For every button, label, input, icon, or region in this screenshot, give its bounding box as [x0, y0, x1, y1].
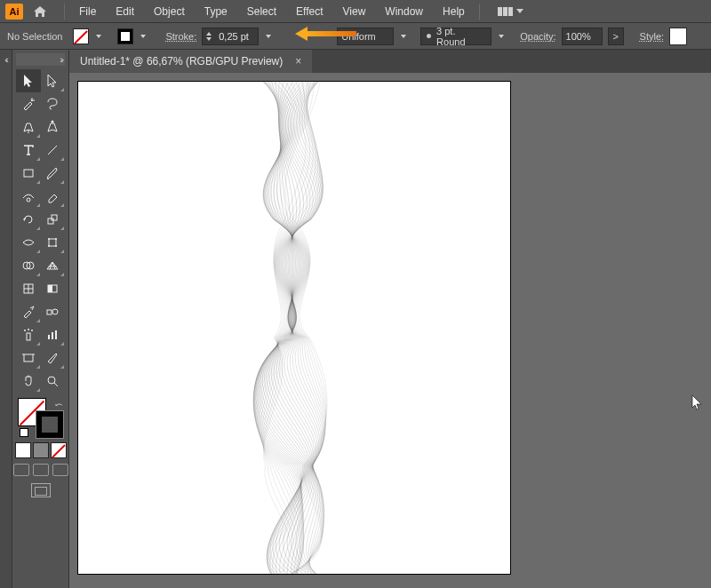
width-tool[interactable]: [16, 231, 41, 254]
svg-point-0: [31, 99, 33, 101]
tools-panel: ››: [12, 50, 69, 588]
close-tab-button[interactable]: ×: [295, 55, 301, 68]
style-label[interactable]: Style:: [640, 31, 665, 42]
menu-select[interactable]: Select: [238, 2, 285, 21]
slice-tool[interactable]: [41, 346, 66, 369]
svg-line-32: [54, 383, 58, 386]
graphic-style-swatch[interactable]: [669, 28, 687, 45]
tools-panel-header[interactable]: ››: [16, 53, 65, 66]
gradient-tool[interactable]: [41, 277, 66, 300]
cursor-icon: [691, 394, 704, 413]
svg-rect-28: [24, 354, 33, 362]
separator: [64, 4, 65, 20]
type-tool[interactable]: [16, 139, 41, 162]
fill-stroke-indicator[interactable]: ⤺: [18, 398, 64, 439]
draw-inside-icon[interactable]: [52, 464, 68, 476]
artboard[interactable]: [78, 82, 510, 574]
menu-file[interactable]: File: [70, 2, 105, 21]
color-mode-gradient[interactable]: [33, 442, 49, 458]
eraser-tool[interactable]: [41, 185, 66, 208]
chevron-down-icon[interactable]: [401, 35, 406, 38]
document-tab-title: Untitled-1* @ 66,67% (RGB/GPU Preview): [80, 55, 283, 68]
blend-icon: [45, 305, 60, 319]
symbol-sprayer-tool[interactable]: [16, 323, 41, 346]
canvas-viewport[interactable]: [69, 73, 711, 588]
shaper-tool[interactable]: [16, 185, 41, 208]
chevron-left-icon: ‹‹: [4, 55, 7, 588]
pen-tool[interactable]: [16, 115, 41, 139]
menu-effect[interactable]: Effect: [287, 2, 332, 21]
paintbrush-tool[interactable]: [41, 162, 66, 185]
hand-tool[interactable]: [16, 369, 41, 393]
fill-color-swatch[interactable]: [73, 28, 89, 44]
stroke-color-swatch[interactable]: [117, 28, 133, 44]
column-graph-tool[interactable]: [41, 323, 66, 346]
lasso-tool[interactable]: [41, 92, 66, 115]
zoom-tool[interactable]: [41, 369, 66, 393]
stroke-weight-input[interactable]: [215, 28, 258, 44]
menu-help[interactable]: Help: [434, 2, 474, 21]
opacity-dropdown[interactable]: 100%: [562, 28, 603, 45]
mesh-tool[interactable]: [16, 277, 41, 300]
chevron-down-icon[interactable]: [499, 35, 504, 38]
draw-normal-icon[interactable]: [13, 464, 29, 476]
swap-fill-stroke-icon[interactable]: ⤺: [55, 400, 62, 409]
stroke-indicator[interactable]: [36, 410, 64, 439]
variable-width-profile-dropdown[interactable]: Uniform: [337, 28, 394, 45]
draw-behind-icon[interactable]: [33, 464, 49, 476]
shape-builder-tool[interactable]: [16, 254, 41, 277]
brush-definition-dropdown[interactable]: 3 pt. Round: [420, 28, 491, 45]
svg-point-11: [55, 245, 57, 247]
hand-icon: [21, 374, 36, 388]
svg-rect-26: [52, 332, 53, 339]
menu-type[interactable]: Type: [196, 2, 236, 21]
document-tab[interactable]: Untitled-1* @ 66,67% (RGB/GPU Preview) ×: [69, 50, 312, 73]
decrement-icon[interactable]: [206, 37, 212, 41]
svg-rect-3: [24, 170, 33, 177]
artboard-tool[interactable]: [16, 346, 41, 369]
svg-point-24: [31, 330, 33, 331]
home-button[interactable]: [30, 3, 50, 20]
screen-mode-button[interactable]: [31, 483, 51, 497]
line-segment-tool[interactable]: [41, 139, 66, 162]
svg-point-10: [48, 245, 50, 247]
curvature-tool[interactable]: [41, 115, 66, 139]
width-icon: [21, 235, 36, 250]
chevron-down-icon[interactable]: [266, 35, 271, 38]
free-transform-tool[interactable]: [41, 231, 66, 254]
scale-tool[interactable]: [41, 208, 66, 231]
menu-window[interactable]: Window: [376, 2, 432, 21]
document-area: Untitled-1* @ 66,67% (RGB/GPU Preview) ×: [69, 50, 711, 588]
control-bar: No Selection Stroke: Uniform 3 pt. Round…: [0, 23, 711, 50]
svg-rect-21: [27, 333, 30, 340]
opacity-more-button[interactable]: >: [608, 28, 624, 45]
chevron-down-icon[interactable]: [96, 35, 101, 38]
menu-view[interactable]: View: [334, 2, 375, 21]
blend-tool[interactable]: [41, 300, 66, 323]
color-mode-color[interactable]: [15, 442, 31, 458]
magic-wand-tool[interactable]: [16, 92, 41, 115]
panel-collapse-strip[interactable]: ‹‹: [0, 50, 12, 588]
chevron-down-icon[interactable]: [140, 35, 146, 38]
stroke-label[interactable]: Stroke:: [165, 31, 196, 42]
svg-point-1: [52, 121, 54, 123]
stroke-weight-stepper[interactable]: [202, 28, 259, 45]
rotate-tool[interactable]: [16, 208, 41, 231]
svg-point-20: [52, 309, 58, 314]
color-mode-none[interactable]: [51, 442, 67, 458]
opacity-label[interactable]: Opacity:: [520, 31, 555, 42]
increment-icon[interactable]: [206, 32, 212, 36]
default-fill-stroke-icon[interactable]: [20, 428, 28, 437]
menu-edit[interactable]: Edit: [107, 2, 143, 21]
perspective-grid-tool[interactable]: [41, 254, 66, 277]
eyedropper-tool[interactable]: [16, 300, 41, 323]
direct-selection-tool[interactable]: [41, 69, 66, 92]
selection-tool[interactable]: [16, 69, 41, 92]
menu-object[interactable]: Object: [145, 2, 194, 21]
svg-point-4: [27, 198, 30, 202]
arrange-documents-button[interactable]: [494, 5, 527, 18]
lasso-icon: [45, 97, 60, 111]
rectangle-icon: [21, 166, 36, 180]
chevron-down-icon: [516, 9, 523, 13]
rectangle-tool[interactable]: [16, 162, 41, 185]
